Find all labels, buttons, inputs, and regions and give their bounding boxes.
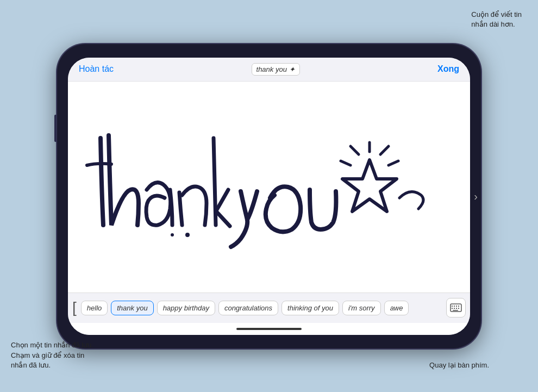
callout-top-right: Cuộn để viết tin nhắn dài hơn. [471,10,522,29]
chevron-right-icon[interactable]: › [474,190,478,202]
preset-bar: [ hello thank you happy birthday congrat… [68,293,470,323]
preset-happy-birthday[interactable]: happy birthday [157,301,215,315]
preset-awe[interactable]: awe [384,301,409,315]
preset-thank-you[interactable]: thank you [111,301,153,315]
keyboard-icon [450,303,462,312]
bracket-icon: [ [72,299,77,316]
svg-rect-4 [454,306,455,307]
svg-rect-5 [456,306,457,307]
preset-thinking-of-you[interactable]: thinking of you [281,301,339,315]
svg-rect-10 [458,308,459,309]
handwriting-svg [68,82,470,293]
drawing-area[interactable] [68,82,470,293]
callout-bottom-right: Quay lại bàn phím. [429,360,489,370]
svg-rect-11 [453,310,458,311]
svg-rect-7 [452,308,453,309]
preview-thumbnail: thank you ✦ [252,63,300,76]
preset-hello[interactable]: hello [81,301,108,315]
preset-im-sorry[interactable]: i'm sorry [342,301,381,315]
phone-frame: › Hoàn tác thank you ✦ Xong [57,44,481,349]
svg-rect-3 [452,306,453,307]
home-indicator-bar [236,328,302,330]
callout-bottom-left: Chọn một tin nhắn đã lưu. Chạm và giữ để… [11,340,93,370]
svg-point-0 [185,233,190,237]
phone-screen: Hoàn tác thank you ✦ Xong [68,58,470,335]
preset-congratulations[interactable]: congratulations [218,301,278,315]
xong-button[interactable]: Xong [437,64,459,74]
svg-point-1 [171,233,174,237]
hoan-tac-button[interactable]: Hoàn tác [79,64,114,74]
bottom-indicator [68,323,470,335]
preview-text: thank you ✦ [257,65,295,73]
scene: Cuộn để viết tin nhắn dài hơn. › Hoàn tá… [0,0,538,392]
svg-rect-6 [458,306,459,307]
topbar: Hoàn tác thank you ✦ Xong [68,58,470,82]
svg-rect-9 [456,308,457,309]
svg-rect-8 [454,308,455,309]
keyboard-toggle-button[interactable] [446,298,466,318]
